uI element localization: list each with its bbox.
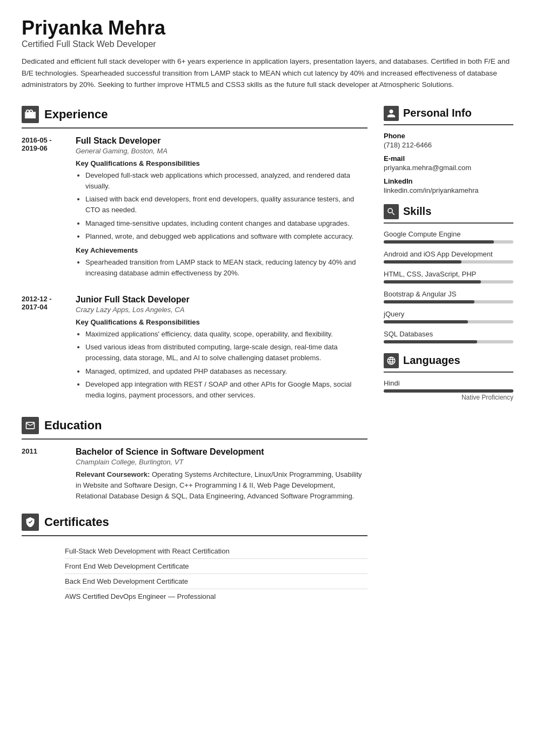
skill-name: SQL Databases xyxy=(384,330,513,338)
experience-icon xyxy=(22,106,39,123)
education-section: Education 2011 Bachelor of Science in So… xyxy=(22,417,367,502)
experience-section: Experience 2016-05 -2019-06 Full Stack D… xyxy=(22,106,367,405)
skill-name: jQuery xyxy=(384,310,513,318)
main-content: Experience 2016-05 -2019-06 Full Stack D… xyxy=(22,106,513,616)
exp-content: Junior Full Stack Developer Crazy Lazy A… xyxy=(76,295,367,405)
linkedin-value: linkedin.com/in/priyankamehra xyxy=(384,186,513,194)
skill-item: Google Compute Engine xyxy=(384,230,513,244)
exp-date: 2012-12 -2017-04 xyxy=(22,295,65,405)
qualifications-label: Key Qualifications & Responsibilities xyxy=(76,159,367,167)
skill-bar-bg xyxy=(384,340,513,343)
personal-info-title: Personal Info xyxy=(403,107,472,119)
svg-rect-0 xyxy=(26,113,35,117)
skill-bar-fill xyxy=(384,320,468,323)
edu-coursework: Relevant Coursework: Operating Systems A… xyxy=(76,469,367,502)
languages-list: Hindi Native Proficiency xyxy=(384,379,513,401)
experience-title: Experience xyxy=(44,107,108,122)
education-list: 2011 Bachelor of Science in Software Dev… xyxy=(22,447,367,502)
skill-item: HTML, CSS, JavaScript, PHP xyxy=(384,270,513,284)
edu-content: Bachelor of Science in Software Developm… xyxy=(76,447,367,502)
experience-item: 2016-05 -2019-06 Full Stack Developer Ge… xyxy=(22,136,367,283)
skill-bar-fill xyxy=(384,280,481,284)
personal-info-header: Personal Info xyxy=(384,106,513,121)
qualification-bullet: Liaised with back end developers, front … xyxy=(85,194,367,215)
experience-divider xyxy=(22,127,367,129)
svg-rect-1 xyxy=(29,112,32,113)
languages-section: Languages Hindi Native Proficiency xyxy=(384,353,513,401)
qualification-bullet: Used various ideas from distributed comp… xyxy=(85,342,367,363)
personal-info-section: Personal Info Phone (718) 212-6466 E-mai… xyxy=(384,106,513,194)
language-bar-bg xyxy=(384,389,513,393)
certificates-divider xyxy=(22,535,367,536)
skill-bar-fill xyxy=(384,300,474,303)
certificates-section: Certificates Full-Stack Web Development … xyxy=(22,514,367,604)
skill-bar-fill xyxy=(384,240,494,244)
education-header: Education xyxy=(22,417,367,434)
skill-item: Android and iOS App Development xyxy=(384,250,513,264)
language-proficiency-label: Native Proficiency xyxy=(384,394,513,401)
education-item: 2011 Bachelor of Science in Software Dev… xyxy=(22,447,367,502)
personal-info-divider xyxy=(384,124,513,125)
qualification-bullet: Planned, wrote, and debugged web applica… xyxy=(85,231,367,242)
qualification-bullet: Developed full-stack web applications wh… xyxy=(85,170,367,192)
skills-section: Skills Google Compute Engine Android and… xyxy=(384,204,513,343)
skill-name: HTML, CSS, JavaScript, PHP xyxy=(384,270,513,278)
personal-info-icon xyxy=(384,106,399,121)
skill-item: Bootstrap & Angular JS xyxy=(384,290,513,303)
qualification-bullet: Managed, optimized, and updated PHP data… xyxy=(85,366,367,377)
skill-bar-bg xyxy=(384,280,513,284)
skill-item: jQuery xyxy=(384,310,513,323)
email-value: priyanka.mehra@gmail.com xyxy=(384,164,513,172)
skills-icon xyxy=(384,204,399,219)
languages-header: Languages xyxy=(384,353,513,368)
languages-icon xyxy=(384,353,399,368)
skill-bar-bg xyxy=(384,300,513,303)
language-name: Hindi xyxy=(384,379,513,387)
certificates-title: Certificates xyxy=(44,515,109,529)
skill-bar-bg xyxy=(384,320,513,323)
achievements-label: Key Achievements xyxy=(76,246,367,254)
qualification-bullet: Developed app integration with REST / SO… xyxy=(85,379,367,401)
qualifications-list: Developed full-stack web applications wh… xyxy=(76,170,367,242)
skills-divider xyxy=(384,222,513,224)
achievement-bullet: Spearheaded transition from LAMP stack t… xyxy=(85,257,367,279)
experience-item: 2012-12 -2017-04 Junior Full Stack Devel… xyxy=(22,295,367,405)
qualification-bullet: Maximized applications' efficiency, data… xyxy=(85,329,367,340)
edu-school: Champlain College, Burlington, VT xyxy=(76,458,367,466)
certificates-icon xyxy=(22,514,39,531)
skill-name: Android and iOS App Development xyxy=(384,250,513,258)
certificate-item: Front End Web Development Certificate xyxy=(65,559,367,574)
skill-item: SQL Databases xyxy=(384,330,513,343)
education-title: Education xyxy=(44,418,102,433)
resume-container: Priyanka Mehra Certified Full Stack Web … xyxy=(0,0,535,632)
exp-content: Full Stack Developer General Gaming, Bos… xyxy=(76,136,367,283)
email-label: E-mail xyxy=(384,154,513,163)
education-icon xyxy=(22,417,39,434)
header-section: Priyanka Mehra Certified Full Stack Web … xyxy=(22,16,513,91)
exp-company: Crazy Lazy Apps, Los Angeles, CA xyxy=(76,306,367,314)
certificates-list: Full-Stack Web Development with React Ce… xyxy=(22,544,367,604)
exp-job-title: Junior Full Stack Developer xyxy=(76,295,367,305)
certificates-header: Certificates xyxy=(22,514,367,531)
languages-title: Languages xyxy=(403,354,460,367)
education-divider xyxy=(22,438,367,440)
skill-bar-fill xyxy=(384,340,477,343)
skill-bar-fill xyxy=(384,260,462,264)
left-column: Experience 2016-05 -2019-06 Full Stack D… xyxy=(22,106,367,616)
right-column: Personal Info Phone (718) 212-6466 E-mai… xyxy=(384,106,513,616)
language-item: Hindi Native Proficiency xyxy=(384,379,513,401)
phone-label: Phone xyxy=(384,132,513,140)
candidate-summary: Dedicated and efficient full stack devel… xyxy=(22,56,513,91)
edu-degree: Bachelor of Science in Software Developm… xyxy=(76,447,367,457)
experience-list: 2016-05 -2019-06 Full Stack Developer Ge… xyxy=(22,136,367,405)
exp-company: General Gaming, Boston, MA xyxy=(76,147,367,155)
achievements-list: Spearheaded transition from LAMP stack t… xyxy=(76,257,367,279)
skills-title: Skills xyxy=(403,205,431,218)
exp-job-title: Full Stack Developer xyxy=(76,136,367,146)
qualifications-list: Maximized applications' efficiency, data… xyxy=(76,329,367,401)
phone-value: (718) 212-6466 xyxy=(384,141,513,149)
skills-list: Google Compute Engine Android and iOS Ap… xyxy=(384,230,513,343)
certificate-item: Back End Web Development Certificate xyxy=(65,574,367,589)
qualifications-label: Key Qualifications & Responsibilities xyxy=(76,318,367,326)
skill-name: Bootstrap & Angular JS xyxy=(384,290,513,298)
